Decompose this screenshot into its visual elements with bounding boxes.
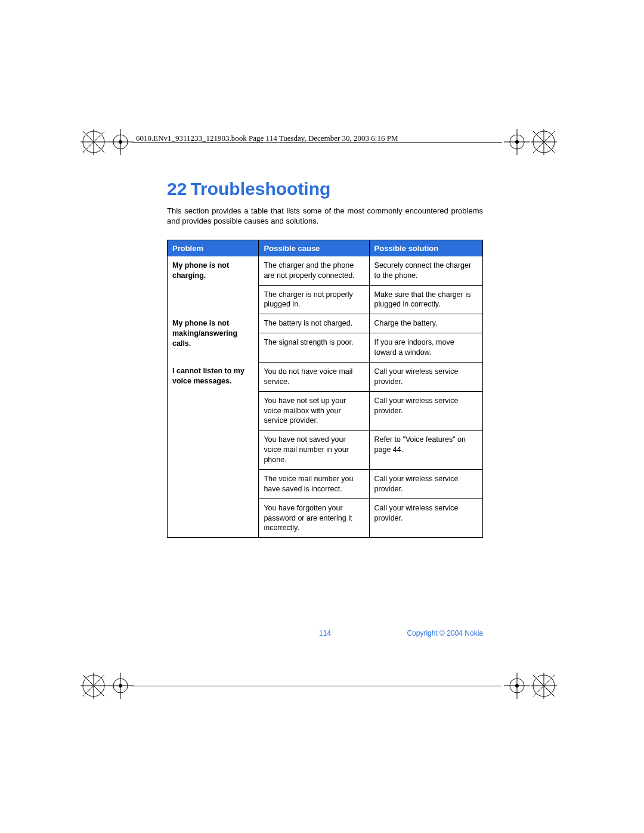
cause-cell: You have not set up your voice mailbox w… [259, 391, 369, 431]
table-row: My phone is not charging. The charger an… [168, 256, 483, 285]
chapter-number: 22 [167, 179, 187, 199]
troubleshooting-table: Problem Possible cause Possible solution… [167, 240, 483, 538]
solution-cell: Call your wireless service provider. [369, 469, 482, 498]
problem-cell: My phone is not making/answering calls. [168, 314, 259, 363]
page-content: 22Troubleshooting This section provides … [167, 179, 483, 538]
chapter-name: Troubleshooting [190, 179, 330, 199]
solution-cell: Call your wireless service provider. [369, 391, 482, 431]
crop-mark-icon [504, 129, 530, 155]
solution-cell: Call your wireless service provider. [369, 362, 482, 391]
cause-cell: You do not have voice mail service. [259, 362, 369, 391]
cause-cell: You have not saved your voice mail numbe… [259, 431, 369, 470]
col-header-solution: Possible solution [369, 240, 482, 256]
table-row: My phone is not making/answering calls. … [168, 314, 483, 333]
cause-cell: The voice mail number you have saved is … [259, 469, 369, 498]
col-header-cause: Possible cause [259, 240, 369, 256]
table-row: I cannot listen to my voice messages. Yo… [168, 362, 483, 391]
solution-cell: Make sure that the charger is plugged in… [369, 285, 482, 314]
solution-cell: Securely connect the charger to the phon… [369, 256, 482, 285]
running-header: 6010.ENv1_9311233_121903.book Page 114 T… [136, 134, 398, 143]
solution-cell: Charge the battery. [369, 314, 482, 333]
cause-cell: The signal strength is poor. [259, 333, 369, 363]
solution-cell: If you are indoors, move toward a window… [369, 333, 482, 363]
cause-cell: The battery is not charged. [259, 314, 369, 333]
problem-cell: My phone is not charging. [168, 256, 259, 314]
crop-mark-icon [531, 129, 557, 155]
chapter-title: 22Troubleshooting [167, 179, 483, 199]
col-header-problem: Problem [168, 240, 259, 256]
crop-mark-icon [80, 129, 107, 155]
cause-cell: The charger is not properly plugged in. [259, 285, 369, 314]
intro-paragraph: This section provides a table that lists… [167, 206, 483, 227]
crop-mark-icon [80, 673, 107, 699]
problem-cell: I cannot listen to my voice messages. [168, 362, 259, 537]
page-number: 114 [319, 629, 331, 637]
cause-cell: The charger and the phone are not proper… [259, 256, 369, 285]
copyright-text: Copyright © 2004 Nokia [407, 629, 483, 637]
cause-cell: You have forgotten your password or are … [259, 498, 369, 538]
footer-rule [132, 686, 502, 686]
solution-cell: Call your wireless service provider. [369, 498, 482, 538]
solution-cell: Refer to "Voice features" on page 44. [369, 431, 482, 470]
crop-mark-icon [504, 673, 530, 699]
crop-mark-icon [107, 673, 134, 699]
crop-mark-icon [107, 129, 134, 155]
table-header-row: Problem Possible cause Possible solution [168, 240, 483, 256]
crop-mark-icon [531, 673, 557, 699]
